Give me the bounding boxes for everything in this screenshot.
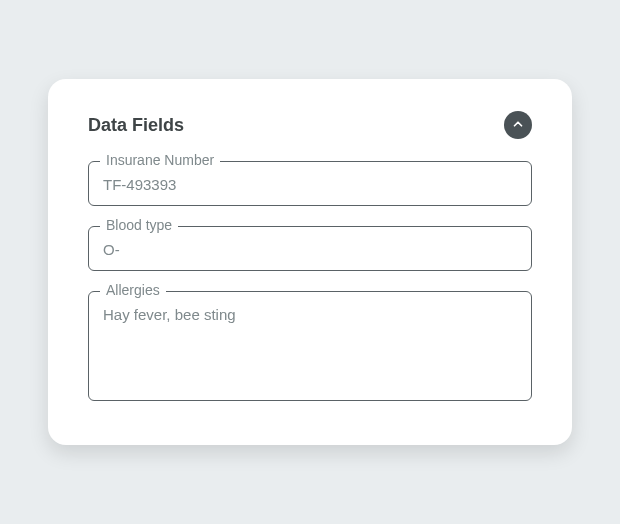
chevron-up-icon	[511, 117, 525, 134]
data-fields-card: Data Fields Insurane Number Blood type A…	[48, 79, 572, 445]
blood-type-label: Blood type	[100, 217, 178, 233]
allergies-field-group: Allergies	[88, 291, 532, 405]
insurance-number-label: Insurane Number	[100, 152, 220, 168]
card-header: Data Fields	[88, 111, 532, 139]
collapse-button[interactable]	[504, 111, 532, 139]
blood-type-field-group: Blood type	[88, 226, 532, 271]
card-title: Data Fields	[88, 115, 184, 136]
insurance-number-field-group: Insurane Number	[88, 161, 532, 206]
allergies-textarea[interactable]	[88, 291, 532, 401]
allergies-label: Allergies	[100, 282, 166, 298]
